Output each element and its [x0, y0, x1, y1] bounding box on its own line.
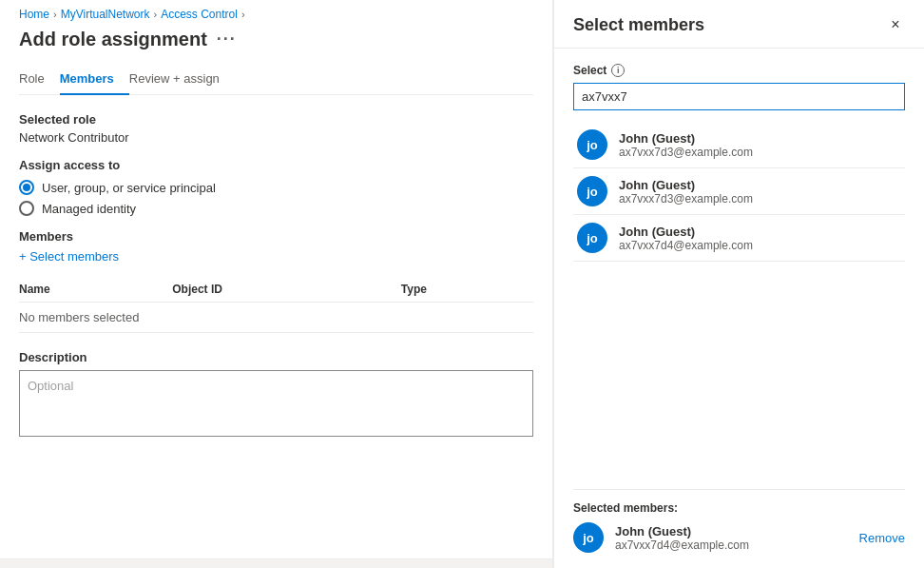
breadcrumb-sep-3: › — [241, 9, 245, 20]
radio-user-group-circle — [19, 180, 34, 195]
member-email: ax7vxx7d3@example.com — [619, 192, 753, 206]
member-name: John (Guest) — [619, 178, 753, 192]
col-object-id: Object ID — [172, 277, 401, 303]
breadcrumb-access-control[interactable]: Access Control — [161, 8, 238, 21]
selected-member-info: John (Guest) ax7vxx7d4@example.com — [615, 524, 848, 552]
member-list: jo John (Guest) ax7vxx7d3@example.com jo… — [573, 122, 905, 474]
selected-member-avatar: jo — [573, 522, 604, 553]
members-table: Name Object ID Type No members selected — [19, 277, 533, 333]
avatar: jo — [577, 176, 607, 206]
description-section: Description — [19, 350, 533, 440]
scrollbar-hint — [0, 558, 552, 568]
member-name: John (Guest) — [619, 225, 753, 239]
list-item[interactable]: jo John (Guest) ax7vxx7d3@example.com — [573, 168, 905, 215]
list-item[interactable]: jo John (Guest) ax7vxx7d3@example.com — [573, 122, 905, 168]
col-type: Type — [401, 277, 533, 303]
member-info: John (Guest) ax7vxx7d4@example.com — [619, 225, 753, 252]
tab-review-assign[interactable]: Review + assign — [129, 64, 235, 95]
selected-role-label: Selected role — [19, 112, 533, 127]
member-email: ax7vxx7d3@example.com — [619, 146, 753, 159]
tab-bar: Role Members Review + assign — [19, 64, 533, 95]
member-info: John (Guest) ax7vxx7d3@example.com — [619, 178, 753, 206]
page-title: Add role assignment — [19, 29, 207, 50]
remove-member-button[interactable]: Remove — [859, 531, 905, 545]
member-info: John (Guest) ax7vxx7d3@example.com — [619, 131, 753, 159]
search-label: Select i — [573, 64, 905, 77]
radio-user-group-label: User, group, or service principal — [42, 181, 216, 195]
description-textarea[interactable] — [19, 370, 533, 437]
radio-managed-identity[interactable]: Managed identity — [19, 201, 533, 216]
col-name: Name — [19, 277, 172, 303]
close-button[interactable]: × — [882, 11, 909, 38]
breadcrumb: Home › MyVirtualNetwork › Access Control… — [19, 8, 533, 21]
selected-members-section: Selected members: jo John (Guest) ax7vxx… — [573, 489, 905, 553]
selected-role-value: Network Contributor — [19, 130, 533, 145]
members-section-label: Members — [19, 229, 533, 244]
panel-title: Select members — [573, 15, 704, 35]
members-section: Members + Select members Name Object ID … — [19, 229, 533, 333]
member-name: John (Guest) — [619, 131, 753, 146]
select-members-link[interactable]: + Select members — [19, 249, 119, 264]
radio-managed-identity-circle — [19, 201, 34, 216]
panel-body: Select i jo John (Guest) ax7vxx7d3@examp… — [554, 49, 924, 568]
radio-user-group[interactable]: User, group, or service principal — [19, 180, 533, 195]
more-options-button[interactable]: ··· — [217, 29, 237, 49]
no-members-cell: No members selected — [19, 303, 533, 333]
list-item[interactable]: jo John (Guest) ax7vxx7d4@example.com — [573, 215, 905, 262]
breadcrumb-sep-2: › — [154, 9, 158, 20]
info-icon[interactable]: i — [611, 64, 625, 77]
selected-member-email: ax7vxx7d4@example.com — [615, 539, 848, 552]
selected-members-label: Selected members: — [573, 501, 905, 515]
right-panel: Select members × Select i jo John (Guest… — [553, 0, 924, 568]
left-panel: Home › MyVirtualNetwork › Access Control… — [0, 0, 553, 568]
assign-access-section: Assign access to User, group, or service… — [19, 158, 533, 216]
tab-members[interactable]: Members — [60, 64, 129, 95]
breadcrumb-home[interactable]: Home — [19, 8, 49, 21]
page-title-container: Add role assignment ··· — [19, 29, 533, 50]
breadcrumb-myvirtualnetwork[interactable]: MyVirtualNetwork — [61, 8, 150, 21]
avatar: jo — [577, 223, 607, 253]
tab-role[interactable]: Role — [19, 64, 60, 95]
member-email: ax7vxx7d4@example.com — [619, 239, 753, 252]
radio-managed-identity-label: Managed identity — [42, 202, 136, 216]
search-input[interactable] — [573, 83, 905, 110]
avatar: jo — [577, 129, 607, 160]
selected-member-name: John (Guest) — [615, 524, 848, 539]
selected-member-item: jo John (Guest) ax7vxx7d4@example.com Re… — [573, 522, 905, 553]
table-row: No members selected — [19, 303, 533, 333]
panel-header: Select members × — [554, 0, 924, 49]
assign-access-label: Assign access to — [19, 158, 533, 172]
breadcrumb-sep-1: › — [53, 9, 57, 20]
description-label: Description — [19, 350, 533, 364]
